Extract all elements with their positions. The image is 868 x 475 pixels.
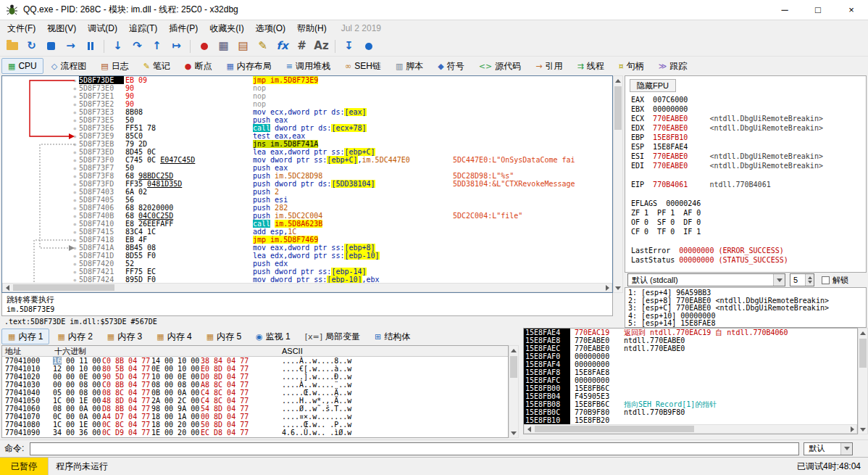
argument-row[interactable]: 1: [esp+4] 96A59BB3 <box>628 289 866 297</box>
disasm-row[interactable]: ●5D8F73E985C0test eax,eax <box>2 132 612 140</box>
tab-watch-1[interactable]: ◉监视 1 <box>249 329 297 344</box>
disasm-row[interactable]: ●5D8F73F750push eax <box>2 164 612 172</box>
scrollbar-track[interactable] <box>533 425 848 433</box>
stack-row[interactable]: 15E8FAF815E8FAE8 <box>524 368 857 376</box>
register-line[interactable]: LastError 00000000 (ERROR_SUCCESS) <box>631 246 823 255</box>
tab-cpu[interactable]: ▦CPU <box>1 58 43 74</box>
dump-row[interactable]: 7704100016 00 11 00C0 8B 04 7714 00 10 0… <box>2 357 508 365</box>
disasm-row[interactable]: ●5D8F73E190nop <box>2 92 612 100</box>
scroll-up-button[interactable] <box>614 76 622 85</box>
disassembly-hscrollbar[interactable] <box>2 283 612 292</box>
dump-row[interactable]: 770410801C 00 1E 000C 8C 04 7718 00 20 0… <box>2 421 508 429</box>
disasm-row[interactable]: ●5D8F740668 82020000push 282 <box>2 204 612 212</box>
tab-breakpoints[interactable]: ●断点 <box>178 58 219 74</box>
disasm-row[interactable]: ●5D8F74036A 02push 2 <box>2 188 612 196</box>
dump-row[interactable]: 7704109034 00 36 000C D9 04 771E 00 20 0… <box>2 429 508 437</box>
close-button[interactable]: × <box>835 0 868 20</box>
disasm-row[interactable]: ●5D8F73FDFF35 0481D35Dpush dword ptr ds:… <box>2 180 612 188</box>
tab-memory-1[interactable]: ▦内存 1 <box>1 329 49 344</box>
menu-item[interactable]: 追踪(T) <box>123 20 163 37</box>
scroll-up-button[interactable] <box>509 346 518 355</box>
tab-source[interactable]: <>源代码 <box>472 58 527 74</box>
tab-script[interactable]: ▥脚本 <box>389 58 430 74</box>
scroll-down-button[interactable] <box>614 284 622 292</box>
stack-row[interactable]: 15E8FAE8770EABE0ntdll.770EABE0 <box>524 336 857 344</box>
help-button[interactable] <box>359 38 377 55</box>
register-line[interactable]: ESI 770EABE0 <ntdll.DbgUiRemoteBreakin> <box>631 152 823 161</box>
stack-row[interactable]: 15E8FAFC00000000 <box>524 376 857 384</box>
argument-row[interactable]: 5: [esp+14] 15E8FAE8 <box>628 320 866 328</box>
tab-log[interactable]: ▤日志 <box>94 58 135 74</box>
stack-vscrollbar[interactable] <box>858 328 868 434</box>
register-line[interactable]: EBX 00000000 <box>631 104 823 114</box>
maximize-button[interactable]: □ <box>801 0 835 20</box>
disasm-row[interactable]: ●5D8F73F0C745 0C E047C45Dmov dword ptr s… <box>2 156 612 164</box>
scrollbar-thumb[interactable] <box>859 339 867 368</box>
tab-threads[interactable]: ⇉线程 <box>570 58 610 74</box>
disasm-row[interactable]: ●5D8F741583C4 1Cadd esp,1C <box>2 228 612 236</box>
scroll-left-button[interactable] <box>3 284 12 292</box>
calling-convention-dropdown[interactable]: 默认 (stdcall) <box>627 273 785 286</box>
menu-item[interactable]: 调试(D) <box>82 20 123 37</box>
menu-item[interactable]: 视图(V) <box>41 20 82 37</box>
tab-handles[interactable]: ¤句柄 <box>612 58 651 74</box>
scrollbar-thumb[interactable] <box>535 426 694 432</box>
register-line[interactable]: EDX 770EABE0 <ntdll.DbgUiRemoteBreakin> <box>631 123 823 133</box>
argument-count-stepper[interactable]: 5 <box>790 273 814 286</box>
scrollbar-thumb[interactable] <box>510 356 517 378</box>
stack-row[interactable]: 15E8FAE4770EAC19返回到 ntdll.770EAC19 自 ntd… <box>524 329 857 336</box>
disasm-row[interactable]: ●5D8F741D8D55 F0lea edx,dword ptr ss:[eb… <box>2 252 612 260</box>
menu-item[interactable]: 文件(F) <box>1 20 41 37</box>
tab-seh[interactable]: ∞SEH链 <box>338 58 388 74</box>
tab-memory-3[interactable]: ▦内存 3 <box>101 329 149 344</box>
patches-button[interactable]: ✎ <box>254 38 272 55</box>
stack-row[interactable]: 15E8FB0815E8FB6C指向SEH_Record[1]的指针 <box>524 400 857 408</box>
disasm-row[interactable]: ●5D8F7410E8 26EEFAFFcall im.5D8A623B <box>2 220 612 228</box>
command-input[interactable] <box>30 442 799 455</box>
dropdown-arrow-icon[interactable] <box>773 274 785 286</box>
scroll-up-button[interactable] <box>859 329 867 337</box>
stepper-arrows-icon[interactable] <box>805 274 814 286</box>
register-line[interactable]: EBP 15E8FB10 <box>631 133 823 142</box>
stack-row[interactable]: 15E8FB1015E8FB20 <box>524 416 857 424</box>
label-button[interactable]: # <box>293 38 311 55</box>
scroll-right-button[interactable] <box>603 284 612 292</box>
register-line[interactable]: EIP 770B4061 ntdll.770B4061 <box>631 180 823 189</box>
disasm-row[interactable]: ●5D8F73E290nop <box>2 100 612 108</box>
register-line[interactable]: EFLAGS 00000246 <box>631 199 823 208</box>
disasm-row[interactable]: ●5D8F740556push esi <box>2 196 612 204</box>
assemble-button[interactable]: fx <box>273 38 291 55</box>
tab-memory-2[interactable]: ▦内存 2 <box>51 329 99 344</box>
disasm-row[interactable]: ●5D8F73DEEB 09jmp im.5D8F73E9 <box>2 76 612 84</box>
tab-locals[interactable]: [x=]局部变量 <box>299 329 367 344</box>
menu-item[interactable]: 收藏夹(I) <box>204 20 249 37</box>
argument-row[interactable]: 3: [esp+C] 770EABE0 <ntdll.DbgUiRemoteBr… <box>628 305 866 313</box>
run-to-user-code-button[interactable]: ↦ <box>167 38 185 55</box>
dump-row[interactable]: 770410501C 00 1E 0048 8D 04 772A 00 2C 0… <box>2 397 508 405</box>
menu-item[interactable]: 选项(O) <box>250 20 291 37</box>
disasm-row[interactable]: ●5D8F741A8B45 08mov eax,dword ptr ss:[eb… <box>2 244 612 252</box>
step-into-button[interactable]: ↓ <box>109 38 127 55</box>
scrollbar-thumb[interactable] <box>13 284 114 291</box>
disasm-row[interactable]: ●5D8F740B68 04C0C25Dpush im.5DC2C0045DC2… <box>2 212 612 220</box>
menu-item[interactable]: 插件(P) <box>163 20 204 37</box>
scrollbar-track[interactable] <box>859 337 867 425</box>
font-button[interactable]: Az <box>312 38 330 55</box>
tab-call-stack[interactable]: ≡调用堆栈 <box>280 58 337 74</box>
stack-row[interactable]: 15E8FAEC770EABE0ntdll.770EABE0 <box>524 344 857 352</box>
register-line[interactable]: CF 0 TF 0 IF 1 <box>631 227 823 236</box>
breakpoints-button[interactable] <box>195 38 213 55</box>
tab-trace[interactable]: ≫跟踪 <box>652 58 694 74</box>
disasm-row[interactable]: ●5D8F73F868 98BDC25Dpush im.5DC28D985DC2… <box>2 172 612 180</box>
scroll-down-button[interactable] <box>859 425 867 434</box>
register-line[interactable]: LastStatus 00000000 (STATUS_SUCCESS) <box>631 255 823 265</box>
unlock-checkbox[interactable]: 解锁 <box>822 275 848 286</box>
checkbox-icon[interactable] <box>822 276 830 284</box>
step-over-button[interactable]: ↷ <box>128 38 146 55</box>
scroll-left-button[interactable] <box>525 425 533 434</box>
tab-symbols[interactable]: ◆符号 <box>431 58 470 74</box>
stack-row[interactable]: 15E8FB0015E8FB6C <box>524 384 857 392</box>
dump-row[interactable]: 7704101012 00 10 0080 5B 04 770E 00 10 0… <box>2 365 508 373</box>
register-line[interactable]: ZF 1 PF 1 AF 0 <box>631 208 823 218</box>
dump-row[interactable]: 770410700C 00 0A 00A4 D7 04 7718 00 1A 0… <box>2 413 508 421</box>
